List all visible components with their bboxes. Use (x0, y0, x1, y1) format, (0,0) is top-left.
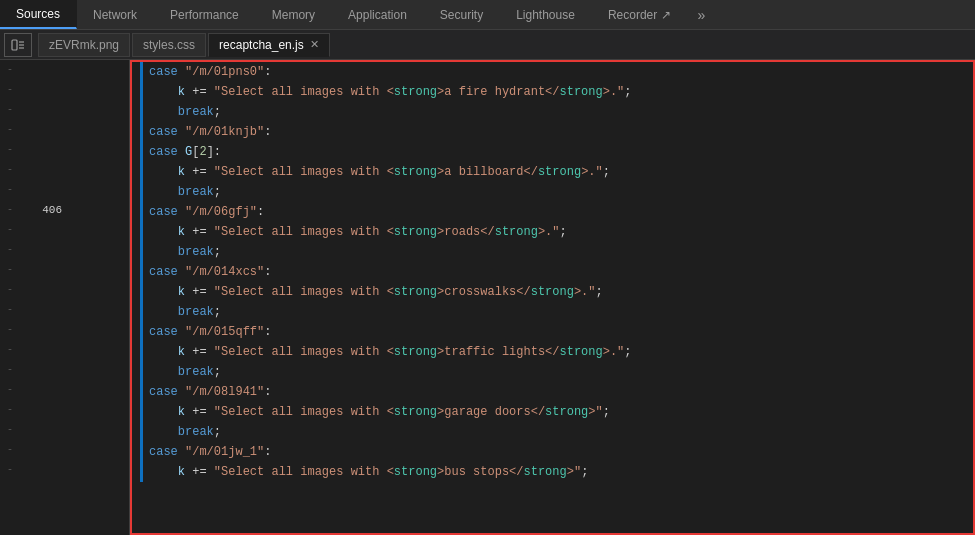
code-line: break; (132, 102, 973, 122)
line-row: - (0, 220, 129, 240)
code-line: case "/m/01jw_1": (132, 442, 973, 462)
devtools-tab-bar: Sources Network Performance Memory Appli… (0, 0, 975, 30)
line-row: - (0, 100, 129, 120)
line-row: - (0, 420, 129, 440)
tab-performance[interactable]: Performance (154, 0, 256, 29)
line-row: - (0, 300, 129, 320)
line-row: - (0, 320, 129, 340)
file-tab-styles[interactable]: styles.css (132, 33, 206, 57)
svg-rect-0 (12, 40, 17, 50)
tab-recorder[interactable]: Recorder ↗ (592, 0, 688, 29)
code-line: break; (132, 182, 973, 202)
code-line: case "/m/08l941": (132, 382, 973, 402)
file-tabs-bar: zEVRmk.png styles.css recaptcha_en.js ✕ (0, 30, 975, 60)
line-row: - (0, 140, 129, 160)
tab-sources[interactable]: Sources (0, 0, 77, 29)
code-editor[interactable]: case "/m/01pns0": k += "Select all image… (130, 60, 975, 535)
line-row: - (0, 260, 129, 280)
line-row: - (0, 60, 129, 80)
code-line: k += "Select all images with <strong>tra… (132, 342, 973, 362)
code-line: break; (132, 422, 973, 442)
line-row: - (0, 240, 129, 260)
code-line: k += "Select all images with <strong>bus… (132, 462, 973, 482)
main-content: - - - - - - - - 406 (0, 60, 975, 535)
code-line: break; (132, 242, 973, 262)
line-row: - (0, 120, 129, 140)
code-line: k += "Select all images with <strong>cro… (132, 282, 973, 302)
code-line: break; (132, 302, 973, 322)
line-row: - (0, 340, 129, 360)
line-row: - (0, 80, 129, 100)
line-row: - (0, 360, 129, 380)
code-line: k += "Select all images with <strong>a b… (132, 162, 973, 182)
code-line: case "/m/01pns0": (132, 62, 973, 82)
line-row: - (0, 160, 129, 180)
code-line: k += "Select all images with <strong>a f… (132, 82, 973, 102)
code-line: case "/m/01knjb": (132, 122, 973, 142)
tab-security[interactable]: Security (424, 0, 500, 29)
line-row: - (0, 380, 129, 400)
line-row-406: - 406 (0, 200, 129, 220)
line-row: - (0, 280, 129, 300)
tab-more-button[interactable]: » (688, 0, 716, 29)
tab-lighthouse[interactable]: Lighthouse (500, 0, 592, 29)
file-tab-zevrmk[interactable]: zEVRmk.png (38, 33, 130, 57)
file-tab-recaptcha[interactable]: recaptcha_en.js ✕ (208, 33, 330, 57)
code-line: case "/m/06gfj": (132, 202, 973, 222)
line-row: - (0, 440, 129, 460)
code-line: break; (132, 362, 973, 382)
code-line: k += "Select all images with <strong>roa… (132, 222, 973, 242)
line-row: - (0, 180, 129, 200)
file-navigator-toggle[interactable] (4, 33, 32, 57)
tab-network[interactable]: Network (77, 0, 154, 29)
line-numbers-gutter: - - - - - - - - 406 (0, 60, 130, 535)
line-row: - (0, 460, 129, 480)
code-line: case "/m/014xcs": (132, 262, 973, 282)
code-line: case "/m/015qff": (132, 322, 973, 342)
tab-application[interactable]: Application (332, 0, 424, 29)
tab-memory[interactable]: Memory (256, 0, 332, 29)
line-row: - (0, 400, 129, 420)
code-line: case G[2]: (132, 142, 973, 162)
file-tab-close-recaptcha[interactable]: ✕ (310, 38, 319, 51)
code-line: k += "Select all images with <strong>gar… (132, 402, 973, 422)
